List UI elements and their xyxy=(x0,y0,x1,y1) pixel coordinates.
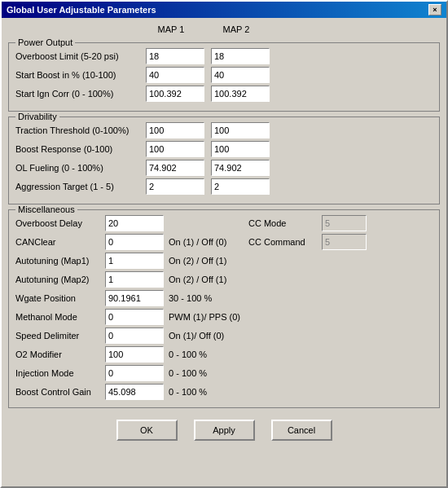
miscellaneous-group: Miscellaneous Overboost Delay CANClear O… xyxy=(8,209,440,408)
list-item: CANClear On (1) / Off (0) xyxy=(15,234,240,250)
window-content: MAP 1 MAP 2 Power Output Overboost Limit… xyxy=(2,18,446,486)
misc-note: On (2) / Off (1) xyxy=(169,275,226,284)
misc-input[interactable] xyxy=(105,328,164,344)
close-button[interactable]: × xyxy=(428,4,441,15)
misc-param-label: O2 Modifier xyxy=(15,350,105,359)
map1-input[interactable] xyxy=(146,67,204,83)
list-item: Overboost Delay xyxy=(15,215,240,231)
misc-right-input[interactable] xyxy=(322,234,367,250)
param-label: Boost Response (0-100) xyxy=(15,144,146,154)
map1-input[interactable] xyxy=(146,178,204,195)
misc-param-label: Autotuning (Map2) xyxy=(15,275,105,284)
title-bar-buttons: × xyxy=(428,4,441,15)
map1-header: MAP 1 xyxy=(138,24,204,34)
misc-input[interactable] xyxy=(105,309,164,325)
table-row: OL Fueling (0 - 100%) xyxy=(15,160,433,176)
list-item: Wgate Position 30 - 100 % xyxy=(15,290,240,306)
misc-input[interactable] xyxy=(105,365,164,381)
misc-input[interactable] xyxy=(105,290,164,306)
drivability-rows: Traction Threshold (0-100%) Boost Respon… xyxy=(15,122,433,195)
misc-right-param-label: CC Command xyxy=(248,237,322,247)
misc-right-param-label: CC Mode xyxy=(248,218,322,228)
misc-input[interactable] xyxy=(105,215,164,231)
list-item: Boost Control Gain 0 - 100 % xyxy=(15,384,240,400)
table-row: Traction Threshold (0-100%) xyxy=(15,122,433,138)
cancel-button[interactable]: Cancel xyxy=(271,420,332,441)
map2-input[interactable] xyxy=(211,160,270,176)
table-row: Overboost Limit (5-20 psi) xyxy=(15,48,433,64)
list-item: Speed Delimiter On (1)/ Off (0) xyxy=(15,328,240,344)
ok-button[interactable]: OK xyxy=(116,420,178,441)
param-label: Traction Threshold (0-100%) xyxy=(15,125,146,135)
misc-param-label: Injection Mode xyxy=(15,368,105,378)
misc-param-label: Speed Delimiter xyxy=(15,331,105,341)
list-item: Methanol Mode PWM (1)/ PPS (0) xyxy=(15,309,240,325)
param-label: Start Boost in % (10-100) xyxy=(15,70,146,80)
misc-note: 30 - 100 % xyxy=(169,293,212,303)
misc-input[interactable] xyxy=(105,253,164,269)
map2-input[interactable] xyxy=(211,48,270,64)
button-row: OK Apply Cancel xyxy=(8,416,440,447)
misc-left-rows: Overboost Delay CANClear On (1) / Off (0… xyxy=(15,215,240,401)
misc-note: PWM (1)/ PPS (0) xyxy=(169,312,240,322)
misc-input[interactable] xyxy=(105,271,164,288)
power-output-label: Power Output xyxy=(15,37,75,47)
misc-input[interactable] xyxy=(105,234,164,250)
misc-param-label: Autotuning (Map1) xyxy=(15,256,105,266)
title-bar: Global User Adjustable Parameters × xyxy=(2,2,446,18)
misc-param-label: CANClear xyxy=(15,237,105,247)
misc-note: 0 - 100 % xyxy=(169,350,207,359)
map2-input[interactable] xyxy=(211,122,270,138)
misc-right-input[interactable] xyxy=(322,215,367,231)
table-row: Start Boost in % (10-100) xyxy=(15,67,433,83)
misc-right-area: CC Mode CC Command xyxy=(240,215,433,401)
map1-input[interactable] xyxy=(146,122,204,138)
misc-param-label: Wgate Position xyxy=(15,293,105,303)
map1-input[interactable] xyxy=(146,48,204,64)
param-label: Aggression Target (1 - 5) xyxy=(15,182,146,191)
misc-note: On (1)/ Off (0) xyxy=(169,331,224,341)
main-window: Global User Adjustable Parameters × MAP … xyxy=(0,0,448,488)
apply-button[interactable]: Apply xyxy=(194,420,255,441)
param-label: OL Fueling (0 - 100%) xyxy=(15,163,146,173)
list-item: CC Command xyxy=(248,234,433,250)
map2-input[interactable] xyxy=(211,178,270,195)
window-title: Global User Adjustable Parameters xyxy=(7,5,156,15)
param-label: Start Ign Corr (0 - 100%) xyxy=(15,89,146,99)
misc-note: On (2) / Off (1) xyxy=(169,256,226,266)
map1-input[interactable] xyxy=(146,160,204,176)
power-output-rows: Overboost Limit (5-20 psi) Start Boost i… xyxy=(15,48,433,102)
table-row: Aggression Target (1 - 5) xyxy=(15,178,433,195)
list-item: Autotuning (Map2) On (2) / Off (1) xyxy=(15,271,240,288)
misc-param-label: Boost Control Gain xyxy=(15,387,105,397)
table-row: Start Ign Corr (0 - 100%) xyxy=(15,86,433,102)
misc-note: 0 - 100 % xyxy=(169,387,207,397)
list-item: O2 Modifier 0 - 100 % xyxy=(15,346,240,363)
col-headers: MAP 1 MAP 2 xyxy=(138,24,440,34)
misc-note: 0 - 100 % xyxy=(169,368,207,378)
misc-param-label: Overboost Delay xyxy=(15,218,105,228)
miscellaneous-label: Miscellaneous xyxy=(15,204,77,214)
misc-note: On (1) / Off (0) xyxy=(169,237,226,247)
map2-input[interactable] xyxy=(211,141,270,157)
table-row: Boost Response (0-100) xyxy=(15,141,433,157)
list-item: Injection Mode 0 - 100 % xyxy=(15,365,240,381)
drivability-label: Drivability xyxy=(15,112,59,121)
misc-param-label: Methanol Mode xyxy=(15,312,105,322)
map2-input[interactable] xyxy=(211,67,270,83)
map1-input[interactable] xyxy=(146,141,204,157)
map2-input[interactable] xyxy=(211,86,270,102)
drivability-group: Drivability Traction Threshold (0-100%) … xyxy=(8,117,440,204)
list-item: Autotuning (Map1) On (2) / Off (1) xyxy=(15,253,240,269)
param-label: Overboost Limit (5-20 psi) xyxy=(15,51,146,61)
misc-grid: Overboost Delay CANClear On (1) / Off (0… xyxy=(15,215,433,401)
misc-input[interactable] xyxy=(105,346,164,363)
list-item: CC Mode xyxy=(248,215,433,231)
map1-input[interactable] xyxy=(146,86,204,102)
power-output-group: Power Output Overboost Limit (5-20 psi) … xyxy=(8,42,440,112)
misc-input[interactable] xyxy=(105,384,164,400)
map2-header: MAP 2 xyxy=(204,24,269,34)
